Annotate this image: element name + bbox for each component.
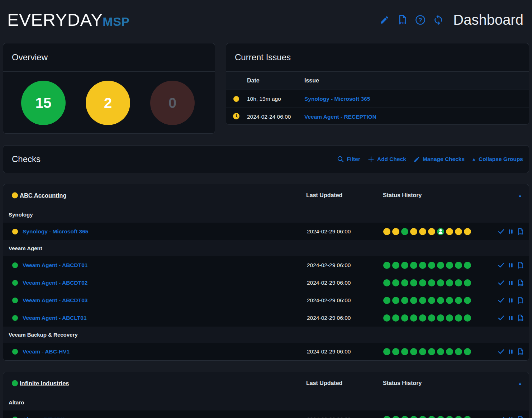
group-name-link[interactable]: Infinite Industries [20,380,69,387]
plus-icon [367,156,375,163]
collapse-group-icon[interactable]: ▲ [518,381,522,386]
app-logo: EVERYDAYMSP [7,10,130,30]
refresh-icon[interactable] [432,14,444,25]
history-dot-ok [437,262,444,269]
svg-text:PDF: PDF [519,284,523,286]
pdf-report-icon[interactable]: PDF [517,228,524,235]
history-dot-ok [419,416,426,418]
pdf-report-icon[interactable]: PDF [517,279,524,286]
issue-row: 2024-02-24 06:00 Veeam Agent - RECEPTION [226,108,529,125]
clear-check-icon[interactable] [498,314,505,322]
group-name-link[interactable]: ABC Accounting [20,192,66,199]
history-dot-ok [401,416,408,418]
row-actions: PDF [498,348,524,355]
pdf-report-icon[interactable]: PDF [517,348,524,355]
row-actions: PDF [498,415,524,418]
history-dot-ok [410,297,417,304]
svg-text:?: ? [418,16,422,23]
top-bar: EVERYDAYMSP PDF ? Dashboard [0,0,532,39]
pdf-report-icon[interactable]: PDF [517,296,524,304]
history-dot-ok [419,279,426,286]
check-name-link[interactable]: Synology - Microsoft 365 [23,228,88,235]
clear-check-icon[interactable] [498,279,505,286]
group-status-dot [12,193,18,199]
issue-row: 10h, 19m ago Synology - Microsoft 365 [226,90,529,108]
pdf-report-icon[interactable]: PDF [517,261,524,269]
history-dot-warn [383,228,390,235]
pause-check-icon[interactable] [508,348,514,355]
status-history [383,348,471,355]
check-name-link[interactable]: Veeam Agent - ABCDT01 [23,262,87,269]
manage-checks-button[interactable]: Manage Checks [413,156,465,163]
check-name-link[interactable]: Veeam Agent - ABCDT03 [23,297,87,304]
pause-check-icon[interactable] [508,297,514,303]
clear-check-icon[interactable] [498,297,505,304]
pdf-report-icon[interactable]: PDF [517,415,524,418]
history-dot-ok [446,297,453,304]
history-dot-ok [428,297,435,304]
status-history [383,416,471,418]
issue-link[interactable]: Veeam Agent - RECEPTION [304,114,376,120]
pdf-report-icon[interactable]: PDF [517,314,524,322]
status-history [383,314,471,322]
manage-checks-label: Manage Checks [423,156,465,162]
column-issue: Issue [304,77,319,84]
history-dot-ok [383,279,390,286]
counter-critical: 0 [150,81,195,125]
history-dot-ok [455,416,462,418]
collapse-group-icon[interactable]: ▲ [518,193,522,198]
history-dot-ok [410,279,417,286]
status-history [383,228,471,235]
history-dot-ok [446,314,453,322]
status-history [383,262,471,269]
check-name-link[interactable]: Veeam Agent - ABCLT01 [23,315,87,321]
history-dot-ok [419,314,426,322]
history-dot-ok [401,279,408,286]
add-check-button[interactable]: Add Check [367,156,406,163]
section-label: Synology [3,206,529,223]
history-dot-ok [455,279,462,286]
pause-check-icon[interactable] [508,262,514,268]
history-dot-ok [401,262,408,269]
history-dot-ok [437,279,444,286]
check-name-link[interactable]: Veeam - ABC-HV1 [23,348,70,355]
history-dot-ok-user [437,228,444,235]
check-last-updated: 2024-02-29 06:00 [307,416,351,418]
clear-check-icon[interactable] [498,262,505,269]
warning-clock-icon [233,113,239,121]
history-dot-warn [464,228,471,235]
current-issues-panel: Current Issues Date Issue 10h, 19m ago S… [226,43,529,125]
check-status-dot [12,280,18,286]
group-header: Infinite Industries Last Updated Status … [3,372,529,394]
filter-button[interactable]: Filter [337,156,360,163]
check-last-updated: 2024-02-29 06:00 [307,297,351,304]
history-dot-ok [428,416,435,418]
help-icon[interactable]: ? [414,14,426,25]
history-dot-ok [392,297,399,304]
history-dot-ok [464,416,471,418]
pause-check-icon[interactable] [508,416,514,418]
export-pdf-icon[interactable]: PDF [396,14,408,25]
history-dot-warn [446,228,453,235]
section-label: Veeam Agent [3,240,529,256]
history-dot-ok [464,348,471,355]
clear-check-icon[interactable] [498,228,505,235]
column-last-updated: Last Updated [306,192,342,199]
history-dot-warn [410,228,417,235]
history-dot-ok [437,416,444,418]
check-row: Altaro - INF-HV1 2024-02-29 06:00 PDF [3,410,529,418]
check-name-link[interactable]: Veeam Agent - ABCDT02 [23,280,87,286]
pause-check-icon[interactable] [508,315,514,321]
checks-title: Checks [12,154,41,164]
check-name-link[interactable]: Altaro - INF-HV1 [23,416,65,418]
pause-check-icon[interactable] [508,280,514,286]
history-dot-ok [383,348,390,355]
clear-check-icon[interactable] [498,348,505,355]
pause-check-icon[interactable] [508,228,514,234]
issue-link[interactable]: Synology - Microsoft 365 [304,96,370,102]
clear-check-icon[interactable] [498,416,505,418]
collapse-groups-button[interactable]: ▲ Collapse Groups [472,156,523,162]
edit-dashboard-icon[interactable] [379,14,390,25]
pencil-icon [413,156,420,163]
history-dot-ok [446,348,453,355]
